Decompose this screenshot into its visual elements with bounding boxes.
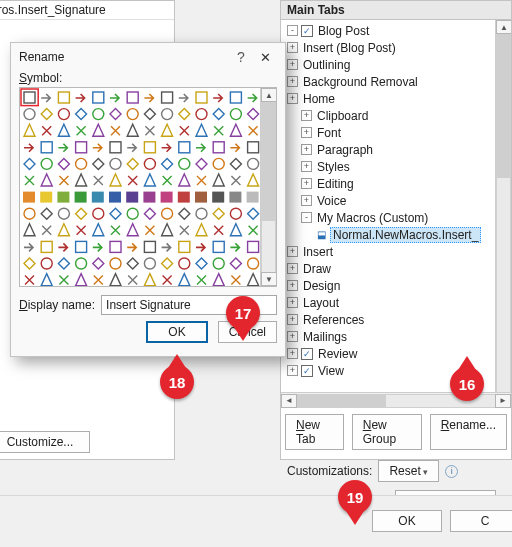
expand-icon[interactable]: + <box>287 297 298 308</box>
tree-node[interactable]: +Layout <box>287 294 511 311</box>
tree-node[interactable]: +Insert (Blog Post) <box>287 39 511 56</box>
symbol-grid[interactable]: ▲ ▼ <box>19 87 277 287</box>
expand-icon[interactable]: + <box>287 280 298 291</box>
ribbon-tree[interactable]: -✓Blog Post+Insert (Blog Post)+Outlining… <box>281 20 511 408</box>
tree-node[interactable]: +Styles <box>287 158 511 175</box>
tree-node-label: Clipboard <box>315 109 370 123</box>
expand-icon[interactable]: + <box>287 246 298 257</box>
tree-node-label: Design <box>301 279 342 293</box>
expand-icon[interactable]: + <box>287 59 298 70</box>
help-button[interactable]: ? <box>229 49 253 65</box>
close-button[interactable]: ✕ <box>253 50 277 65</box>
tree-node[interactable]: ⬓Normal.NewMacros.Insert_ <box>287 226 511 243</box>
checkbox[interactable]: ✓ <box>301 365 313 377</box>
dialog-titlebar[interactable]: Rename ? ✕ <box>11 43 285 71</box>
scroll-right-button[interactable]: ► <box>495 394 511 408</box>
svg-rect-31 <box>57 192 69 203</box>
grid-vertical-scrollbar[interactable]: ▲ ▼ <box>260 88 276 286</box>
hscroll-thumb[interactable] <box>297 395 386 407</box>
grid-scroll-down[interactable]: ▼ <box>261 272 277 286</box>
svg-rect-20 <box>213 142 224 153</box>
tree-horizontal-scrollbar[interactable]: ◄ ► <box>281 392 511 408</box>
tree-node[interactable]: +Voice <box>287 192 511 209</box>
expand-icon[interactable]: + <box>287 348 298 359</box>
expand-icon[interactable]: + <box>287 42 298 53</box>
svg-point-9 <box>58 109 69 120</box>
collapse-icon[interactable]: - <box>287 25 298 36</box>
svg-rect-19 <box>179 142 190 153</box>
display-name-input[interactable] <box>101 295 277 315</box>
dialog-bottom-bar: OK C <box>0 495 512 547</box>
svg-point-26 <box>179 158 190 169</box>
svg-rect-1 <box>24 92 35 103</box>
tree-node[interactable]: +References <box>287 311 511 328</box>
svg-rect-21 <box>248 142 259 153</box>
expand-icon[interactable]: + <box>301 110 312 121</box>
svg-rect-42 <box>247 192 259 203</box>
svg-rect-55 <box>213 241 224 252</box>
tree-vertical-scrollbar[interactable]: ▲ ▼ <box>495 20 511 408</box>
dialog-cancel-button[interactable]: Cancel <box>218 321 277 343</box>
svg-point-63 <box>248 258 259 269</box>
tree-node[interactable]: +Mailings <box>287 328 511 345</box>
expand-icon[interactable]: + <box>301 144 312 155</box>
tree-node[interactable]: +Background Removal <box>287 73 511 90</box>
svg-point-44 <box>58 208 69 219</box>
tree-node[interactable]: +✓View <box>287 362 511 379</box>
tree-node-label: Insert (Blog Post) <box>301 41 398 55</box>
grid-scroll-thumb[interactable] <box>262 102 275 221</box>
grid-scroll-up[interactable]: ▲ <box>261 88 277 102</box>
tree-node[interactable]: +✓Review <box>287 345 511 362</box>
expand-icon[interactable]: + <box>287 93 298 104</box>
expand-icon[interactable]: + <box>301 127 312 138</box>
svg-point-28 <box>248 158 259 169</box>
svg-point-8 <box>24 109 35 120</box>
tree-node[interactable]: -My Macros (Custom) <box>287 209 511 226</box>
expand-icon[interactable]: + <box>287 314 298 325</box>
svg-rect-6 <box>196 92 207 103</box>
tree-node[interactable]: +Design <box>287 277 511 294</box>
customize-button[interactable]: Customize... <box>0 431 90 453</box>
tree-node[interactable]: +Insert <box>287 243 511 260</box>
svg-rect-56 <box>248 241 259 252</box>
checkbox[interactable]: ✓ <box>301 25 313 37</box>
expand-icon[interactable]: + <box>301 195 312 206</box>
expand-icon[interactable]: + <box>287 76 298 87</box>
dialog-ok-button[interactable]: OK <box>146 321 207 343</box>
tree-node-label: Draw <box>301 262 333 276</box>
reset-dropdown[interactable]: Reset <box>378 460 439 482</box>
rename-button[interactable]: Rename... <box>430 414 507 450</box>
svg-rect-36 <box>143 192 155 203</box>
tree-node-label: References <box>301 313 366 327</box>
svg-rect-2 <box>58 92 69 103</box>
expand-icon[interactable]: + <box>287 365 298 376</box>
main-cancel-button-partial[interactable]: C <box>450 510 512 532</box>
tree-node[interactable]: +Font <box>287 124 511 141</box>
expand-icon[interactable]: + <box>287 263 298 274</box>
tree-node[interactable]: +Editing <box>287 175 511 192</box>
tree-node[interactable]: +Outlining <box>287 56 511 73</box>
tree-node[interactable]: -✓Blog Post <box>287 22 511 39</box>
expand-icon[interactable]: + <box>287 331 298 342</box>
main-ok-button[interactable]: OK <box>372 510 442 532</box>
scroll-thumb[interactable] <box>497 34 510 178</box>
svg-rect-51 <box>76 241 87 252</box>
tree-node[interactable]: +Paragraph <box>287 141 511 158</box>
tree-node[interactable]: +Home <box>287 90 511 107</box>
tree-node[interactable]: +Clipboard <box>287 107 511 124</box>
scroll-left-button[interactable]: ◄ <box>281 394 297 408</box>
checkbox[interactable]: ✓ <box>301 348 313 360</box>
new-tab-button[interactable]: New Tab <box>285 414 344 450</box>
left-listbox-item[interactable]: Macros.Insert_Signature <box>0 1 174 20</box>
collapse-icon[interactable]: - <box>301 212 312 223</box>
svg-point-27 <box>213 158 224 169</box>
new-group-button[interactable]: New Group <box>352 414 422 450</box>
expand-icon[interactable]: + <box>301 178 312 189</box>
customizations-label: Customizations: <box>287 464 372 478</box>
symbol-label: ymbol: <box>27 71 62 85</box>
tree-node[interactable]: +Draw <box>287 260 511 277</box>
info-icon[interactable]: i <box>445 465 458 478</box>
scroll-up-button[interactable]: ▲ <box>496 20 511 34</box>
dialog-title: Rename <box>19 50 229 64</box>
expand-icon[interactable]: + <box>301 161 312 172</box>
